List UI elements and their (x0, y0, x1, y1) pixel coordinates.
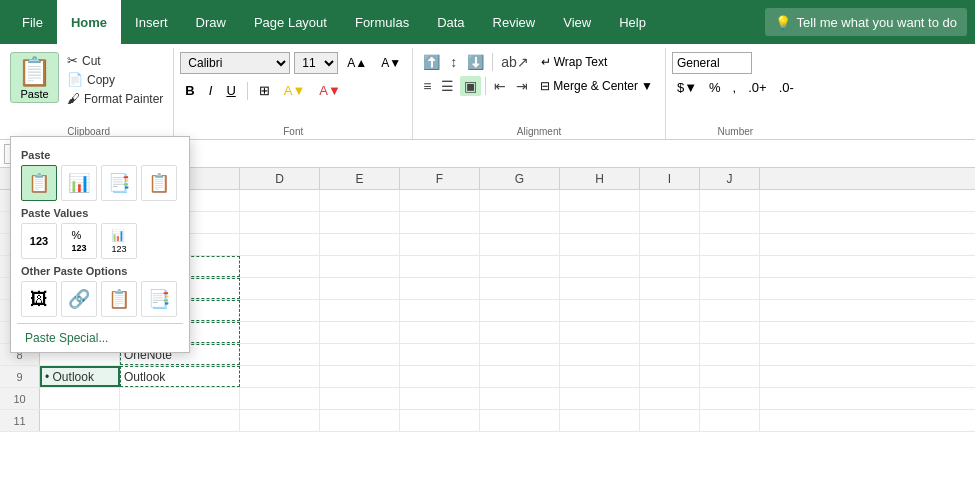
col-header-g[interactable]: G (480, 168, 560, 189)
other-paste-btn-4[interactable]: 📑 (141, 281, 177, 317)
cell-10-H[interactable] (560, 388, 640, 409)
cell-1-G[interactable] (480, 190, 560, 211)
cell-4-H[interactable] (560, 256, 640, 277)
currency-button[interactable]: $▼ (672, 78, 702, 97)
cell-10-F[interactable] (400, 388, 480, 409)
comma-button[interactable]: , (728, 78, 742, 97)
cell-2-E[interactable] (320, 212, 400, 233)
paste-value-btn-3[interactable]: 📊123 (101, 223, 137, 259)
cell-11-C[interactable] (120, 410, 240, 431)
increase-decimal-button[interactable]: .0+ (743, 78, 771, 97)
cell-7-E[interactable] (320, 322, 400, 343)
tab-home[interactable]: Home (57, 0, 121, 44)
cell-10-J[interactable] (700, 388, 760, 409)
cell-9-G[interactable] (480, 366, 560, 387)
cell-3-F[interactable] (400, 234, 480, 255)
merge-dropdown-icon[interactable]: ▼ (641, 79, 653, 93)
paste-value-btn-1[interactable]: 123 (21, 223, 57, 259)
cell-7-G[interactable] (480, 322, 560, 343)
col-header-e[interactable]: E (320, 168, 400, 189)
cell-5-D[interactable] (240, 278, 320, 299)
cell-5-F[interactable] (400, 278, 480, 299)
wrap-text-button[interactable]: ↵ Wrap Text (535, 53, 614, 71)
cell-11-G[interactable] (480, 410, 560, 431)
cell-8-F[interactable] (400, 344, 480, 365)
tab-data[interactable]: Data (423, 0, 478, 44)
cell-8-E[interactable] (320, 344, 400, 365)
font-size-select[interactable]: 11 (294, 52, 338, 74)
other-paste-btn-2[interactable]: 🔗 (61, 281, 97, 317)
formula-input[interactable] (143, 146, 971, 161)
underline-button[interactable]: U (221, 81, 240, 100)
tab-file[interactable]: File (8, 0, 57, 44)
cell-5-H[interactable] (560, 278, 640, 299)
tab-page-layout[interactable]: Page Layout (240, 0, 341, 44)
cell-6-F[interactable] (400, 300, 480, 321)
cell-6-J[interactable] (700, 300, 760, 321)
cell-11-H[interactable] (560, 410, 640, 431)
cell-2-D[interactable] (240, 212, 320, 233)
cell-11-I[interactable] (640, 410, 700, 431)
align-center-button[interactable]: ☰ (437, 76, 458, 96)
cell-10-B[interactable] (40, 388, 120, 409)
cell-6-H[interactable] (560, 300, 640, 321)
cell-3-D[interactable] (240, 234, 320, 255)
merge-center-button[interactable]: ⊟ Merge & Center ▼ (534, 77, 659, 95)
cell-8-D[interactable] (240, 344, 320, 365)
cell-5-J[interactable] (700, 278, 760, 299)
cell-7-H[interactable] (560, 322, 640, 343)
paste-special-link[interactable]: Paste Special... (17, 328, 183, 348)
align-top-button[interactable]: ⬆️ (419, 52, 444, 72)
cell-7-D[interactable] (240, 322, 320, 343)
cell-10-G[interactable] (480, 388, 560, 409)
align-middle-button[interactable]: ↕ (446, 52, 461, 72)
tab-formulas[interactable]: Formulas (341, 0, 423, 44)
cell-10-D[interactable] (240, 388, 320, 409)
number-format-select[interactable] (672, 52, 752, 74)
cell-4-E[interactable] (320, 256, 400, 277)
cell-4-I[interactable] (640, 256, 700, 277)
paste-icon-btn-2[interactable]: 📊 (61, 165, 97, 201)
cell-3-J[interactable] (700, 234, 760, 255)
cell-8-H[interactable] (560, 344, 640, 365)
cell-11-J[interactable] (700, 410, 760, 431)
cell-7-I[interactable] (640, 322, 700, 343)
orient-button[interactable]: ab↗ (497, 52, 533, 72)
cell-10-I[interactable] (640, 388, 700, 409)
align-right-button[interactable]: ▣ (460, 76, 481, 96)
tab-insert[interactable]: Insert (121, 0, 182, 44)
cell-7-J[interactable] (700, 322, 760, 343)
cell-9-E[interactable] (320, 366, 400, 387)
cell-2-G[interactable] (480, 212, 560, 233)
col-header-f[interactable]: F (400, 168, 480, 189)
cell-9-B[interactable]: • Outlook (40, 366, 120, 387)
cell-7-F[interactable] (400, 322, 480, 343)
col-header-h[interactable]: H (560, 168, 640, 189)
tell-me-box[interactable]: 💡 Tell me what you want to do (765, 8, 967, 36)
paste-icon-btn-4[interactable]: 📋 (141, 165, 177, 201)
cell-8-J[interactable] (700, 344, 760, 365)
tab-view[interactable]: View (549, 0, 605, 44)
other-paste-btn-1[interactable]: 🖼 (21, 281, 57, 317)
cell-9-J[interactable] (700, 366, 760, 387)
cell-5-E[interactable] (320, 278, 400, 299)
col-header-i[interactable]: I (640, 168, 700, 189)
cell-8-G[interactable] (480, 344, 560, 365)
tab-review[interactable]: Review (479, 0, 550, 44)
paste-icon-btn-1[interactable]: 📋 (21, 165, 57, 201)
cell-11-B[interactable] (40, 410, 120, 431)
cell-10-E[interactable] (320, 388, 400, 409)
cell-3-E[interactable] (320, 234, 400, 255)
paste-button[interactable]: 📋 Paste (10, 52, 59, 103)
cell-5-G[interactable] (480, 278, 560, 299)
cell-1-E[interactable] (320, 190, 400, 211)
cell-9-H[interactable] (560, 366, 640, 387)
cell-1-I[interactable] (640, 190, 700, 211)
cut-button[interactable]: ✂ Cut (63, 52, 167, 69)
cell-1-H[interactable] (560, 190, 640, 211)
increase-font-button[interactable]: A▲ (342, 54, 372, 72)
cell-3-G[interactable] (480, 234, 560, 255)
cell-6-D[interactable] (240, 300, 320, 321)
cell-1-F[interactable] (400, 190, 480, 211)
cell-9-C[interactable]: Outlook (120, 366, 240, 387)
